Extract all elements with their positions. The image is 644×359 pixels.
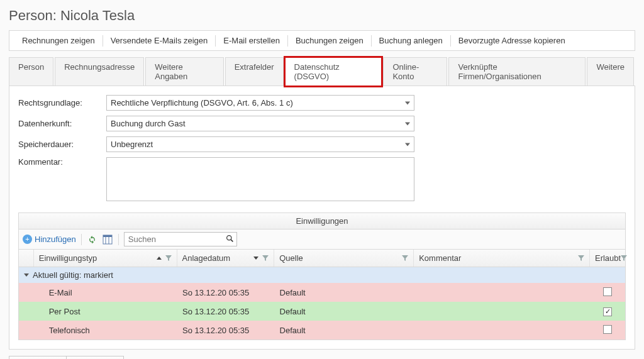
filter-icon[interactable] — [578, 255, 584, 262]
footer-buttons: Schließen Speichern — [9, 356, 635, 359]
checkbox[interactable]: ✓ — [603, 307, 612, 316]
cell-allowed[interactable] — [590, 325, 625, 336]
columns-button[interactable] — [102, 234, 113, 245]
column-type[interactable]: Einwilligungstyp — [34, 250, 177, 267]
cell-type: Telefonisch — [34, 326, 177, 335]
tab-extra-fields[interactable]: Extrafelder — [225, 57, 284, 86]
cell-source: Default — [275, 288, 414, 297]
tab-person[interactable]: Person — [9, 57, 53, 86]
comment-textarea[interactable] — [106, 157, 414, 201]
svg-rect-1 — [103, 235, 112, 237]
tab-online-account[interactable]: Online-Konto — [383, 57, 447, 86]
cell-created: So 13.12.20 05:35 — [177, 288, 275, 297]
add-consent-label: Hinzufügen — [35, 235, 76, 244]
cell-type: Per Post — [34, 307, 177, 316]
chevron-down-icon — [24, 273, 29, 277]
column-type-label: Einwilligungstyp — [39, 253, 97, 263]
filter-icon[interactable] — [262, 255, 269, 262]
filter-icon[interactable] — [165, 255, 172, 262]
column-created-label: Anlagedatum — [182, 253, 231, 263]
create-email-button[interactable]: E-Mail erstellen — [216, 35, 287, 47]
data-origin-label: Datenherkunft: — [18, 119, 106, 128]
checkbox[interactable] — [603, 325, 612, 334]
add-consent-button[interactable]: + Hinzufügen — [23, 235, 76, 244]
save-button[interactable]: Speichern — [67, 356, 125, 359]
cell-type: E-Mail — [34, 288, 177, 297]
tab-linked-companies[interactable]: Verknüpfte Firmen/Organisationen — [448, 57, 586, 86]
sort-asc-icon — [157, 257, 162, 260]
table-row[interactable]: E-MailSo 13.12.20 05:35Default — [19, 283, 625, 302]
checkbox[interactable] — [603, 287, 612, 296]
column-comment-label: Kommentar — [419, 253, 461, 263]
tab-more-details[interactable]: Weitere Angaben — [145, 57, 223, 86]
tab-more[interactable]: Weitere — [587, 57, 634, 86]
table-row[interactable]: TelefonischSo 13.12.20 05:35Default — [19, 321, 625, 340]
show-bookings-button[interactable]: Buchungen zeigen — [288, 35, 371, 47]
separator — [118, 234, 119, 245]
tab-body: Rechtsgrundlage: Rechtliche Verpflichtun… — [9, 86, 635, 350]
cell-created: So 13.12.20 05:35 — [177, 307, 275, 316]
cell-source: Default — [275, 307, 414, 316]
create-booking-button[interactable]: Buchung anlegen — [372, 35, 450, 47]
copy-preferred-address-button[interactable]: Bevorzugte Adresse kopieren — [451, 35, 573, 47]
column-allowed[interactable]: Erlaubt — [590, 250, 625, 267]
consents-grid: Einwilligungen + Hinzufügen — [18, 213, 626, 340]
retention-select[interactable]: Unbegrenzt — [106, 136, 414, 152]
group-row-label: Aktuell gültig: markiert — [33, 270, 113, 280]
column-created[interactable]: Anlagedatum — [177, 250, 275, 267]
retention-label: Speicherdauer: — [18, 140, 106, 149]
tab-data-protection[interactable]: Datenschutz (DSGVO) — [285, 57, 382, 86]
tab-billing-address[interactable]: Rechnungsadresse — [55, 57, 144, 86]
filter-icon[interactable] — [402, 255, 408, 262]
page-title: Person: Nicola Tesla — [3, 3, 641, 30]
refresh-button[interactable] — [87, 234, 98, 245]
comment-label: Kommentar: — [18, 157, 106, 167]
show-invoices-button[interactable]: Rechnungen zeigen — [14, 35, 103, 47]
column-expand — [19, 250, 34, 267]
plus-icon: + — [23, 235, 32, 244]
column-allowed-label: Erlaubt — [595, 253, 621, 263]
cell-allowed[interactable] — [590, 287, 625, 298]
close-button[interactable]: Schließen — [9, 356, 67, 359]
cell-allowed[interactable]: ✓ — [590, 306, 625, 316]
separator — [81, 234, 82, 245]
grid-header: Einwilligungstyp Anlagedatum Quelle — [19, 250, 625, 267]
legal-basis-label: Rechtsgrundlage: — [18, 98, 106, 108]
sort-desc-icon — [253, 257, 258, 260]
search-input[interactable] — [124, 232, 237, 246]
column-source-label: Quelle — [279, 253, 303, 263]
group-row[interactable]: Aktuell gültig: markiert — [19, 267, 625, 283]
data-origin-select[interactable]: Buchung durch Gast — [106, 116, 414, 131]
column-source[interactable]: Quelle — [274, 250, 414, 267]
legal-basis-select[interactable]: Rechtliche Verpflichtung (DSGVO, Art. 6,… — [106, 95, 414, 111]
action-toolbar: Rechnungen zeigen Versendete E-Mails zei… — [9, 30, 635, 51]
filter-icon[interactable] — [621, 255, 627, 262]
tabs: Person Rechnungsadresse Weitere Angaben … — [9, 57, 635, 86]
consents-toolbar: + Hinzufügen — [19, 229, 625, 250]
consents-panel-title: Einwilligungen — [19, 213, 625, 229]
cell-source: Default — [275, 326, 414, 335]
column-comment[interactable]: Kommentar — [414, 250, 590, 267]
show-sent-emails-button[interactable]: Versendete E-Mails zeigen — [103, 35, 216, 47]
table-row[interactable]: Per PostSo 13.12.20 05:35Default✓ — [19, 302, 625, 321]
cell-created: So 13.12.20 05:35 — [177, 326, 275, 335]
